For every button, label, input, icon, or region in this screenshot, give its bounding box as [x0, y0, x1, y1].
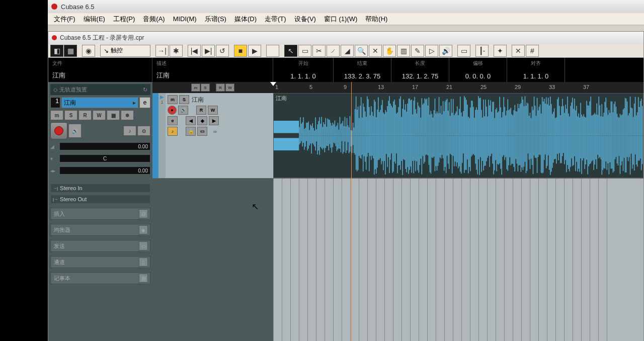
arrow-tool[interactable]: ↖ — [284, 45, 297, 57]
track-name-label[interactable]: 江南 — [192, 96, 204, 104]
timeline-ruler[interactable]: 15913172125293337 — [273, 82, 643, 93]
mute-btn[interactable]: m — [50, 110, 63, 120]
track-prev[interactable]: ◀ — [186, 116, 196, 125]
track-lock[interactable]: 🔒 — [186, 127, 196, 136]
track-solo[interactable]: S — [179, 95, 189, 104]
global-solo[interactable]: S — [201, 83, 210, 92]
read-btn[interactable]: R — [78, 110, 92, 120]
pan-slider[interactable]: C — [59, 154, 150, 162]
channel-section[interactable]: 通道▯ — [50, 256, 150, 268]
menu-edit[interactable]: 编辑(E) — [79, 14, 109, 25]
svg-rect-619 — [610, 113, 611, 135]
menu-device[interactable]: 设备(V) — [290, 14, 320, 25]
volume-slider[interactable]: 0.00 — [59, 142, 150, 150]
track-timebase[interactable]: ♪ — [168, 127, 178, 136]
menu-audio[interactable]: 音频(A) — [139, 14, 169, 25]
notepad-section[interactable]: 记事本▤ — [50, 272, 150, 284]
automation-mode-field[interactable]: ↘触控 — [100, 45, 150, 57]
snap-btn[interactable]: ✦ — [494, 45, 507, 57]
timebase-btn[interactable]: ♪ — [123, 126, 136, 136]
eq-section[interactable]: 均衡器◈ — [50, 224, 150, 236]
nudge-btn[interactable]: ┃- — [475, 45, 489, 57]
track-record-enable[interactable]: ● — [168, 106, 177, 115]
sends-section[interactable]: 发送▭ — [50, 240, 150, 252]
track-number[interactable]: 1 — [50, 97, 60, 108]
track-mute[interactable]: m — [168, 95, 178, 104]
output-routing[interactable]: |→ Stereo Out — [50, 195, 150, 204]
record-btn[interactable] — [266, 45, 279, 57]
track-next[interactable]: ▶ — [209, 116, 219, 125]
track-read[interactable]: R — [196, 106, 206, 115]
menu-file[interactable]: 文件(F) — [50, 14, 79, 25]
menu-transport[interactable]: 走带(T) — [261, 14, 290, 25]
timewarp-tool[interactable]: ✋ — [383, 45, 396, 57]
split-tool[interactable]: ✂ — [312, 45, 326, 57]
svg-rect-517 — [558, 97, 559, 135]
play-tool[interactable]: ▷ — [425, 45, 438, 57]
track-edit[interactable]: e — [168, 116, 178, 125]
erase-tool[interactable]: ◢ — [341, 45, 354, 57]
global-read[interactable]: R — [216, 83, 225, 92]
color-tool[interactable]: ▭ — [457, 45, 470, 57]
menu-score[interactable]: 乐谱(S) — [201, 14, 230, 25]
svg-rect-270 — [433, 136, 434, 158]
autoscroll-btn[interactable]: →| — [155, 45, 169, 57]
clip-lane[interactable]: 江南 — [273, 93, 643, 179]
start-value[interactable]: 1. 1. 1. 0 — [290, 72, 316, 80]
mute-tool[interactable]: ✕ — [369, 45, 382, 57]
track-config[interactable]: ◆ — [197, 116, 207, 125]
delay-slider[interactable]: 0.00 — [59, 166, 150, 175]
track-write[interactable]: W — [208, 106, 218, 115]
menu-window[interactable]: 窗口 (1)(W) — [320, 14, 361, 25]
freeze-btn[interactable]: ❄ — [121, 110, 134, 120]
snap-type-btn[interactable]: ✱ — [170, 45, 183, 57]
automation-panel-btn[interactable]: ◉ — [82, 45, 95, 57]
svg-rect-175 — [385, 110, 386, 136]
stop-btn[interactable]: ■ — [234, 45, 247, 57]
scrub-tool[interactable]: 🔊 — [439, 45, 452, 57]
global-mute[interactable]: m — [191, 83, 200, 92]
line-tool[interactable]: ✎ — [411, 45, 424, 57]
menu-help[interactable]: 帮助(H) — [361, 14, 391, 25]
zoom-tool[interactable]: 🔍 — [355, 45, 368, 57]
menu-media[interactable]: 媒体(D) — [230, 14, 261, 25]
global-write[interactable]: W — [225, 83, 234, 92]
track-name-field[interactable]: 江南 ▸ — [61, 97, 138, 108]
edit-channel-btn[interactable]: e — [139, 97, 150, 108]
track-row[interactable]: ▶ 1 m S 江南 ● 🔊 R — [152, 93, 273, 179]
menu-midi[interactable]: MIDI(M) — [169, 14, 201, 24]
lane-btn[interactable]: ▦ — [107, 110, 120, 120]
goto-start-btn[interactable]: |◀ — [188, 45, 201, 57]
lock-btn[interactable]: ⊙ — [137, 126, 150, 136]
preset-header[interactable]: ◇ 无轨道预置 ↻ — [50, 84, 150, 95]
record-enable-btn[interactable] — [50, 122, 67, 139]
empty-grid[interactable] — [273, 179, 643, 341]
cycle-btn[interactable]: ↺ — [216, 45, 229, 57]
track-lanes[interactable]: ▭ — [197, 127, 207, 136]
grid-btn[interactable]: # — [526, 45, 539, 57]
svg-rect-177 — [386, 112, 387, 136]
layout-btn[interactable]: ▦ — [64, 45, 77, 57]
monitor-btn[interactable]: 🔊 — [68, 124, 82, 138]
close-btn[interactable]: ✕ — [512, 45, 525, 57]
constrain-btn[interactable]: ◧ — [50, 45, 63, 57]
menu-project[interactable]: 工程(P) — [109, 14, 139, 25]
play-btn[interactable]: ▶ — [248, 45, 261, 57]
snap-value[interactable]: 1. 1. 1. 0 — [523, 72, 549, 80]
inserts-section[interactable]: 插入⊟ — [50, 208, 150, 220]
goto-end-btn[interactable]: ▶| — [202, 45, 215, 57]
refresh-icon[interactable]: ↻ — [143, 87, 147, 93]
draw-tool[interactable]: ▥ — [397, 45, 410, 57]
solo-btn[interactable]: S — [64, 110, 77, 120]
length-value[interactable]: 132. 1. 2. 75 — [402, 72, 438, 80]
track-monitor[interactable]: 🔊 — [178, 106, 188, 115]
audio-clip[interactable]: 江南 — [273, 93, 643, 178]
end-value[interactable]: 133. 2. 3. 75 — [344, 72, 380, 80]
write-btn[interactable]: W — [93, 110, 106, 120]
glue-tool[interactable]: ⟋ — [327, 45, 340, 57]
svg-rect-495 — [547, 104, 548, 135]
svg-rect-578 — [588, 136, 589, 166]
range-tool[interactable]: ▭ — [298, 45, 311, 57]
input-routing[interactable]: →| Stereo In — [50, 184, 150, 193]
offset-value[interactable]: 0. 0. 0. 0 — [465, 72, 491, 80]
